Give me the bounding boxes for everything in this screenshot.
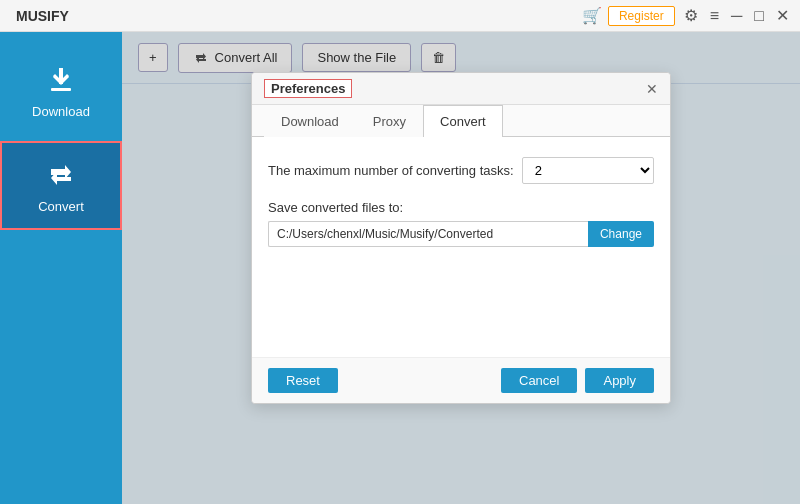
modal-tabs: Download Proxy Convert — [252, 105, 670, 137]
save-path-input[interactable] — [268, 221, 588, 247]
change-button[interactable]: Change — [588, 221, 654, 247]
modal-footer: Reset Cancel Apply — [252, 357, 670, 403]
tab-proxy[interactable]: Proxy — [356, 105, 423, 137]
save-path-row: Save converted files to: Change — [268, 200, 654, 247]
download-icon — [43, 62, 79, 98]
tab-download[interactable]: Download — [264, 105, 356, 137]
maximize-icon[interactable]: □ — [751, 7, 767, 25]
save-files-label: Save converted files to: — [268, 200, 403, 215]
sidebar-convert-label: Convert — [38, 199, 84, 214]
reset-button[interactable]: Reset — [268, 368, 338, 393]
modal-close-button[interactable]: ✕ — [646, 81, 658, 97]
footer-right-buttons: Cancel Apply — [501, 368, 654, 393]
max-tasks-row: The maximum number of converting tasks: … — [268, 157, 654, 184]
max-tasks-label: The maximum number of converting tasks: — [268, 163, 514, 178]
convert-icon — [43, 157, 79, 193]
tab-convert[interactable]: Convert — [423, 105, 503, 137]
app-body: Download Convert + Convert — [0, 32, 800, 504]
app-logo: MUSIFY — [8, 8, 69, 24]
minimize-icon[interactable]: ─ — [728, 7, 745, 25]
content-area: + Convert All Show the File 🗑 Pref — [122, 32, 800, 504]
preferences-modal: Preferences ✕ Download Proxy Convert — [251, 72, 671, 404]
menu-icon[interactable]: ≡ — [707, 7, 722, 25]
cart-icon[interactable]: 🛒 — [582, 6, 602, 25]
sidebar-item-convert[interactable]: Convert — [0, 141, 122, 230]
sidebar-download-label: Download — [32, 104, 90, 119]
svg-rect-0 — [51, 88, 71, 91]
cancel-button[interactable]: Cancel — [501, 368, 577, 393]
modal-body: The maximum number of converting tasks: … — [252, 137, 670, 357]
modal-title-bar: Preferences ✕ — [252, 73, 670, 105]
path-row: Change — [268, 221, 654, 247]
title-bar: MUSIFY 🛒 Register ⚙ ≡ ─ □ ✕ — [0, 0, 800, 32]
title-bar-icons: 🛒 Register ⚙ ≡ ─ □ ✕ — [582, 6, 792, 26]
close-icon[interactable]: ✕ — [773, 6, 792, 25]
max-tasks-select[interactable]: 2 1 3 4 — [522, 157, 654, 184]
sidebar-item-download[interactable]: Download — [0, 48, 122, 133]
modal-title: Preferences — [264, 79, 352, 98]
settings-icon[interactable]: ⚙ — [681, 6, 701, 25]
sidebar: Download Convert — [0, 32, 122, 504]
apply-button[interactable]: Apply — [585, 368, 654, 393]
modal-overlay: Preferences ✕ Download Proxy Convert — [122, 32, 800, 504]
register-button[interactable]: Register — [608, 6, 675, 26]
